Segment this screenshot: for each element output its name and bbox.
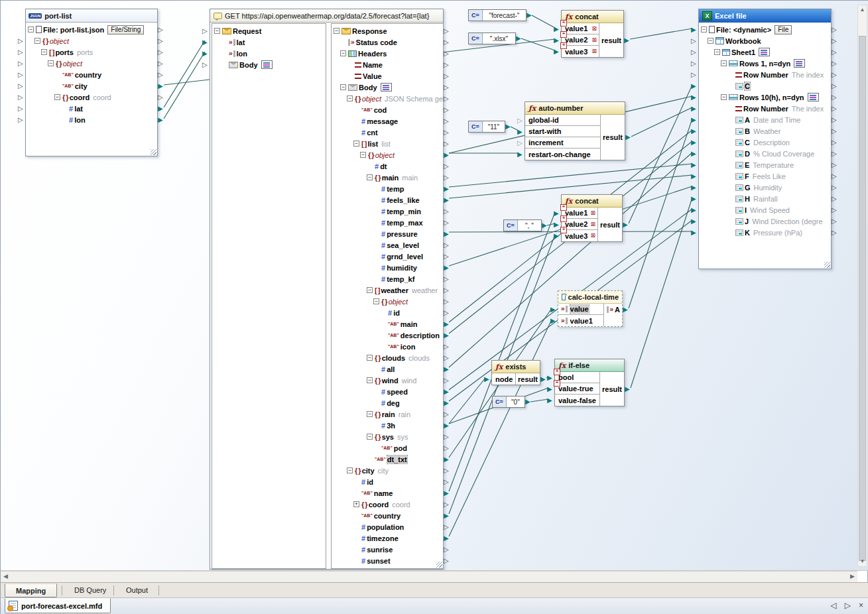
tab-db-query[interactable]: DB Query [64,583,117,597]
connector-connected[interactable]: ▶ [691,161,698,169]
tree-row-row-number[interactable]: Row NumberThe index [699,103,831,114]
connector[interactable]: ▷ [18,71,25,79]
vertical-scrollbar[interactable]: ▲ ▼ [857,5,867,567]
connector[interactable]: ▷ [18,93,25,101]
function-input-value2[interactable]: value2⊠ [562,219,597,230]
connector[interactable]: ▷ [832,93,839,101]
function-input-increment[interactable]: increment [525,137,600,149]
function-input-start-with[interactable]: start-with [525,126,600,137]
connector-connected[interactable]: ▶ [691,93,698,101]
function-header[interactable]: ƒx concat [562,195,622,208]
expand-box-icon[interactable]: + [353,501,359,507]
tree-row-lat[interactable]: #lat [26,103,157,114]
tree-row-g[interactable]: GHumidity [699,182,831,193]
collapse-box-icon[interactable]: − [367,287,373,293]
tree-row-message[interactable]: #message [332,115,443,127]
function-concat[interactable]: ƒx concat value1⊠value2⊠value3⊠ result [561,10,624,58]
connector-connected[interactable]: ▶ [547,385,554,393]
tree-row-speed[interactable]: #speed [332,386,443,397]
connector-connected[interactable]: ▶ [691,150,698,158]
tree-row-feels-like[interactable]: #feels_like [332,194,443,206]
connector[interactable]: ▷ [832,217,839,225]
connector[interactable]: ▷ [444,219,451,227]
tree-row-lon[interactable]: »lon [212,48,326,59]
tree-row-ports[interactable]: −[ ]portsports [26,46,157,58]
excel-header[interactable]: X Excel file [699,9,831,23]
response-panel[interactable]: −Response»Status code−HeadersNameValue−B… [331,23,444,569]
connector[interactable]: ▷ [158,71,165,79]
tree-row-a[interactable]: ADate and Time [699,114,831,125]
tree-row-cod[interactable]: "AB"cod [332,104,443,115]
constant-xlsx-suffix[interactable]: C=".xlsx" [468,32,516,44]
connector-connected[interactable]: ▶ [623,306,630,314]
connector-connected[interactable]: ▶ [444,332,451,339]
connector[interactable]: ▷ [444,309,451,317]
connector[interactable]: ▷ [832,71,839,79]
connector-connected[interactable]: ▶ [158,82,165,90]
connector[interactable]: ▷ [18,82,25,90]
connector-connected[interactable]: ▶ [517,151,525,158]
function-result[interactable]: result [597,208,622,241]
function-result[interactable]: result [599,372,624,406]
tree-row-dt[interactable]: #dt [332,160,443,172]
tree-row-temp-kf[interactable]: #temp_kf [332,273,443,284]
connector-connected[interactable]: ▶ [444,264,451,272]
tree-row-coord[interactable]: −{ }coordcoord [26,92,157,103]
tree-row-k[interactable]: KPressure (hPa) [699,227,831,238]
tree-row-f[interactable]: FFeels Like [699,170,831,182]
delete-parameter-icon[interactable]: ⊠ [590,221,595,227]
connector[interactable]: ▷ [832,116,839,124]
connector[interactable]: ▷ [444,501,451,509]
connector-connected[interactable]: ▶ [444,534,451,542]
tree-row-sea-level[interactable]: #sea_level [332,239,443,251]
connector-connected[interactable]: ▶ [624,36,631,44]
collapse-box-icon[interactable]: − [214,28,220,34]
function-input-value3[interactable]: value3⊠ [562,230,597,241]
tree-row-3h[interactable]: #3h [332,420,443,431]
tree-row-city[interactable]: "AB"city [26,80,157,92]
connector[interactable]: ▷ [444,129,451,137]
tree-row-id[interactable]: #id [332,307,443,318]
tree-row-row-number[interactable]: Row NumberThe index [699,69,831,80]
delete-parameter-icon[interactable]: ⊠ [591,26,597,32]
connector[interactable]: ▷ [444,253,451,261]
collapse-box-icon[interactable]: − [340,84,346,90]
connector[interactable]: ▷ [444,72,451,80]
collapse-box-icon[interactable]: − [347,95,353,101]
connector-connected[interactable]: ▶ [202,50,210,58]
tree-row-grnd-level[interactable]: #grnd_level [332,251,443,262]
tree-row-sys[interactable]: −{ }syssys [332,431,443,442]
function-input-value1[interactable]: »value1 [558,315,603,326]
connector-connected[interactable]: ▶ [444,196,451,204]
collapse-box-icon[interactable]: − [721,60,727,66]
request-panel[interactable]: −Request»lat»lonBody [212,23,326,569]
connector-connected[interactable]: ▶ [444,512,451,520]
connector[interactable]: ▷ [444,174,451,182]
scroll-left-arrow[interactable]: ◀ [3,573,8,580]
connector[interactable]: ▷ [444,343,451,351]
tree-row-coord[interactable]: +{ }coordcoord [332,499,443,510]
function-input-value-false[interactable]: value-false [555,395,599,406]
tree-row-temp-min[interactable]: #temp_min [332,206,443,217]
connector-connected[interactable]: ▶ [554,48,561,56]
tab-mapping[interactable]: Mapping [5,583,57,597]
tree-row-description[interactable]: "AB"description [332,330,443,341]
mapping-canvas[interactable]: JSON port-list −File: port-list.jsonFile… [1,1,868,571]
connector[interactable]: ▷ [444,557,451,565]
collapse-box-icon[interactable]: − [353,141,359,147]
connector[interactable]: ▷ [444,444,451,452]
close-document-button[interactable]: × [859,601,863,610]
component-excel-file[interactable]: X Excel file −File: <dynamic>File−Workbo… [698,9,832,269]
connector-connected[interactable]: ▶ [517,128,525,136]
tree-row-e[interactable]: ETemperature [699,159,831,170]
connector-connected[interactable]: ▶ [444,456,451,463]
function-output[interactable]: » A [604,304,622,315]
tree-row-lon[interactable]: #lon [26,114,157,125]
connector-connected[interactable]: ▶ [484,375,491,383]
tree-row-dt-txt[interactable]: "AB"dt_txt [332,454,443,465]
connector[interactable]: ▷ [444,523,451,531]
resize-grip[interactable] [436,562,442,568]
collapse-box-icon[interactable]: − [701,27,707,32]
delete-parameter-icon[interactable]: ⊠ [590,233,595,239]
connector[interactable]: ▷ [18,37,25,45]
